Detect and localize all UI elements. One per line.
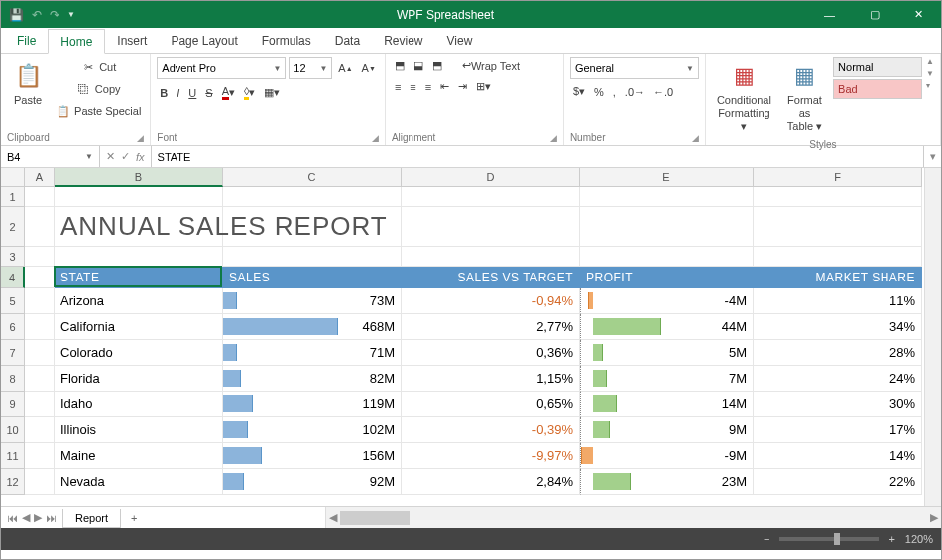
table-header[interactable]: SALES VS TARGET [402,267,580,288]
column-header-B[interactable]: B [55,168,223,187]
sales-cell[interactable]: 102M [223,417,402,443]
font-color-button[interactable]: A▾ [219,83,238,102]
zoom-thumb[interactable] [834,533,840,545]
format-as-table-button[interactable]: ▦Format as Table ▾ [780,57,829,137]
cell[interactable] [25,366,55,392]
tab-review[interactable]: Review [372,28,434,53]
market-share-cell[interactable]: 24% [754,366,922,392]
vertical-scrollbar[interactable] [924,168,941,506]
close-button[interactable]: ✕ [896,1,941,28]
cut-button[interactable]: ✂ Cut [53,57,144,77]
increase-decimal-button[interactable]: .0→ [622,84,648,100]
column-header-A[interactable]: A [25,168,55,187]
save-icon[interactable]: 💾 [9,8,24,22]
cell[interactable] [25,288,55,314]
svt-cell[interactable]: -0,94% [402,288,580,314]
align-top-button[interactable]: ⬒ [392,57,408,74]
row-header-3[interactable]: 3 [1,247,25,267]
state-cell[interactable]: Idaho [55,392,223,417]
formula-expand-icon[interactable]: ▾ [923,146,941,167]
sales-cell[interactable]: 82M [223,366,402,392]
sales-cell[interactable]: 468M [223,314,402,340]
style-gallery-more-icon[interactable]: ▾ [926,81,934,90]
row-header-5[interactable]: 5 [1,288,25,314]
bold-button[interactable]: B [157,85,171,101]
sales-cell[interactable]: 119M [223,392,402,417]
svt-cell[interactable]: 2,84% [402,469,580,495]
font-name-dropdown[interactable]: Advent Pro▼ [157,57,286,79]
wrap-text-button[interactable]: ↩ Wrap Text [459,57,523,74]
increase-indent-button[interactable]: ⇥ [455,78,470,95]
sheet-nav-prev-icon[interactable]: ◀ [22,511,30,524]
state-cell[interactable]: Illinois [55,417,223,443]
market-share-cell[interactable]: 11% [754,288,922,314]
cell[interactable] [754,247,922,267]
row-header-6[interactable]: 6 [1,314,25,340]
market-share-cell[interactable]: 28% [754,340,922,366]
underline-button[interactable]: U [185,85,199,101]
cell[interactable] [25,340,55,366]
market-share-cell[interactable]: 22% [754,469,922,495]
cell[interactable] [402,207,580,247]
cell[interactable] [25,469,55,495]
dialog-launcher-icon[interactable]: ◢ [692,133,699,143]
sheet-nav-next-icon[interactable]: ▶ [34,511,42,524]
svt-cell[interactable]: 0,65% [402,392,580,417]
increase-font-button[interactable]: A▲ [335,60,355,76]
svt-cell[interactable]: -9,97% [402,443,580,469]
state-cell[interactable]: California [55,314,223,340]
tab-view[interactable]: View [435,28,485,53]
percent-button[interactable]: % [591,84,607,100]
enter-formula-icon[interactable]: ✓ [121,150,130,163]
sales-cell[interactable]: 156M [223,443,402,469]
fill-color-button[interactable]: ◊▾ [241,83,258,102]
align-left-button[interactable]: ≡ [392,79,404,95]
select-all-corner[interactable] [1,168,25,187]
cell[interactable] [754,187,922,207]
tab-data[interactable]: Data [323,28,372,53]
cell[interactable] [55,187,223,207]
merge-button[interactable]: ⊞▾ [473,78,494,95]
italic-button[interactable]: I [174,85,182,101]
horizontal-scrollbar[interactable]: ◀ ▶ [325,507,941,528]
tab-home[interactable]: Home [48,29,105,54]
scroll-left-icon[interactable]: ◀ [326,511,340,524]
sales-cell[interactable]: 71M [223,340,402,366]
column-header-C[interactable]: C [223,168,402,187]
tab-file[interactable]: File [5,28,48,53]
paste-special-button[interactable]: 📋 Paste Special [53,101,144,121]
row-header-11[interactable]: 11 [1,443,25,469]
svt-cell[interactable]: 0,36% [402,340,580,366]
cell[interactable] [754,207,922,247]
column-header-E[interactable]: E [580,168,754,187]
decrease-indent-button[interactable]: ⇤ [437,78,452,95]
profit-cell[interactable]: 7M [580,366,754,392]
column-header-D[interactable]: D [402,168,580,187]
tab-formulas[interactable]: Formulas [250,28,323,53]
zoom-in-button[interactable]: + [888,533,894,545]
zoom-out-button[interactable]: − [764,533,769,545]
cell[interactable] [25,247,55,267]
column-header-F[interactable]: F [754,168,922,187]
font-size-dropdown[interactable]: 12▼ [289,57,332,79]
cell[interactable] [25,314,55,340]
qat-dropdown-icon[interactable]: ▼ [67,10,75,19]
cell[interactable] [25,187,55,207]
zoom-slider[interactable] [779,537,879,541]
cell[interactable] [580,247,754,267]
cell[interactable] [223,207,402,247]
dialog-launcher-icon[interactable]: ◢ [137,133,144,143]
cell[interactable] [580,207,754,247]
row-header-2[interactable]: 2 [1,207,25,247]
cell[interactable] [223,247,402,267]
align-middle-button[interactable]: ⬓ [411,57,426,74]
decrease-decimal-button[interactable]: ←.0 [650,84,676,100]
tab-insert[interactable]: Insert [105,28,159,53]
cell[interactable] [580,187,754,207]
table-header[interactable]: PROFIT [580,267,754,288]
market-share-cell[interactable]: 17% [754,417,922,443]
name-box[interactable]: B4▼ [1,146,100,167]
market-share-cell[interactable]: 34% [754,314,922,340]
dialog-launcher-icon[interactable]: ◢ [550,133,557,143]
profit-cell[interactable]: 14M [580,392,754,417]
